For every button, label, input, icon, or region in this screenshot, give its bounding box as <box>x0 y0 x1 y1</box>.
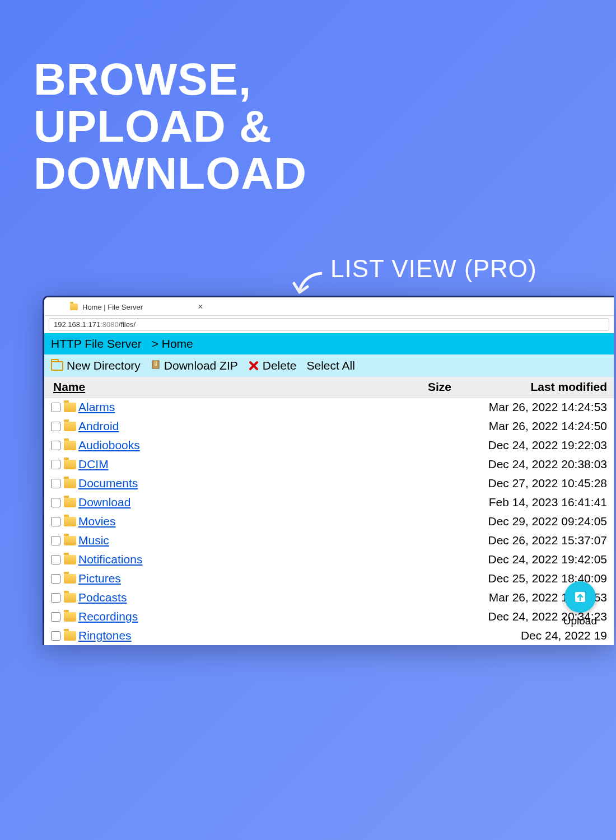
folder-link[interactable]: Alarms <box>78 400 115 414</box>
hero-line-2: UPLOAD & <box>34 103 307 150</box>
folder-link[interactable]: Music <box>78 534 109 547</box>
folder-icon <box>64 593 76 603</box>
folder-link[interactable]: Podcasts <box>78 591 127 604</box>
row-checkbox[interactable] <box>51 536 60 545</box>
select-all-button[interactable]: Select All <box>306 359 354 372</box>
table-row: AndroidMar 26, 2022 14:24:50 <box>44 417 614 436</box>
breadcrumb[interactable]: > Home <box>152 337 193 350</box>
table-row: MoviesDec 29, 2022 09:24:05 <box>44 512 614 531</box>
close-icon[interactable]: × <box>198 302 203 312</box>
delete-icon <box>248 360 259 371</box>
table-header: Name Size Last modified <box>44 377 614 398</box>
folder-icon <box>70 304 78 310</box>
file-modified: Feb 14, 2023 16:41:41 <box>489 496 607 509</box>
new-directory-button[interactable]: New Directory <box>51 359 141 372</box>
row-checkbox[interactable] <box>51 612 60 622</box>
row-checkbox[interactable] <box>51 441 60 450</box>
hero-line-1: BROWSE, <box>34 56 307 103</box>
file-modified: Dec 24, 2022 19 <box>521 629 607 642</box>
folder-icon <box>64 517 76 526</box>
tab-title: Home | File Server <box>82 303 143 311</box>
file-list: AlarmsMar 26, 2022 14:24:53AndroidMar 26… <box>44 398 614 645</box>
browser-window: Home | File Server × 192.168.1.171:8080/… <box>43 296 614 645</box>
callout-label: LIST VIEW (PRO) <box>330 255 537 283</box>
file-modified: Dec 24, 2022 20:38:03 <box>488 458 607 471</box>
table-row: DCIMDec 24, 2022 20:38:03 <box>44 455 614 474</box>
download-zip-button[interactable]: Download ZIP <box>151 359 238 372</box>
folder-link[interactable]: Pictures <box>78 572 121 585</box>
table-row: PicturesDec 25, 2022 18:40:09 <box>44 569 614 588</box>
folder-link[interactable]: Recordings <box>78 610 138 623</box>
download-zip-label: Download ZIP <box>164 359 238 372</box>
table-row: DocumentsDec 27, 2022 10:45:28 <box>44 474 614 493</box>
server-name: HTTP File Server <box>51 337 142 350</box>
upload-label: Upload <box>563 615 597 627</box>
row-checkbox[interactable] <box>51 593 60 603</box>
browser-tab[interactable]: Home | File Server × <box>64 298 208 315</box>
folder-icon <box>64 422 76 431</box>
folder-icon <box>64 536 76 545</box>
folder-link[interactable]: Ringtones <box>78 629 132 642</box>
upload-circle[interactable] <box>564 581 596 613</box>
folder-link[interactable]: DCIM <box>78 458 109 471</box>
url-input[interactable]: 192.168.1.171:8080/files/ <box>49 318 609 331</box>
upload-fab[interactable]: Upload <box>563 581 597 627</box>
upload-icon <box>572 589 588 605</box>
address-bar: 192.168.1.171:8080/files/ <box>44 315 614 333</box>
url-port: :8080 <box>100 320 119 329</box>
folder-link[interactable]: Android <box>78 419 119 433</box>
folder-icon <box>64 479 76 488</box>
table-row: MusicDec 26, 2022 15:37:07 <box>44 531 614 550</box>
folder-icon <box>64 574 76 584</box>
row-checkbox[interactable] <box>51 498 60 507</box>
toolbar: New Directory Download ZIP Delete Select… <box>44 354 614 377</box>
column-name[interactable]: Name <box>51 380 428 394</box>
column-modified[interactable]: Last modified <box>484 380 607 394</box>
row-checkbox[interactable] <box>51 631 60 641</box>
file-modified: Dec 26, 2022 15:37:07 <box>488 534 607 547</box>
folder-icon <box>64 555 76 564</box>
table-row: AlarmsMar 26, 2022 14:24:53 <box>44 398 614 417</box>
folder-link[interactable]: Movies <box>78 515 116 528</box>
row-checkbox[interactable] <box>51 517 60 526</box>
url-path: /files/ <box>119 320 136 329</box>
folder-icon <box>64 612 76 622</box>
row-checkbox[interactable] <box>51 403 60 412</box>
folder-icon <box>64 498 76 507</box>
folder-icon <box>64 441 76 450</box>
column-size[interactable]: Size <box>428 380 484 394</box>
row-checkbox[interactable] <box>51 574 60 584</box>
folder-icon <box>64 631 76 641</box>
folder-link[interactable]: Audiobooks <box>78 438 140 452</box>
url-host: 192.168.1.171 <box>54 320 100 329</box>
hero-title: BROWSE, UPLOAD & DOWNLOAD <box>34 56 307 197</box>
table-row: DownloadFeb 14, 2023 16:41:41 <box>44 493 614 512</box>
folder-icon <box>64 460 76 469</box>
row-checkbox[interactable] <box>51 460 60 469</box>
row-checkbox[interactable] <box>51 555 60 564</box>
folder-link[interactable]: Download <box>78 496 130 509</box>
row-checkbox[interactable] <box>51 422 60 431</box>
file-modified: Dec 24, 2022 19:22:03 <box>488 438 607 452</box>
hero-line-3: DOWNLOAD <box>34 150 307 197</box>
select-all-label: Select All <box>306 359 354 372</box>
delete-button[interactable]: Delete <box>248 359 297 372</box>
table-row: RingtonesDec 24, 2022 19 <box>44 626 614 645</box>
file-modified: Dec 27, 2022 10:45:28 <box>488 477 607 490</box>
tab-bar: Home | File Server × <box>44 297 614 315</box>
folder-icon <box>64 403 76 412</box>
row-checkbox[interactable] <box>51 479 60 488</box>
folder-outline-icon <box>51 361 63 371</box>
new-directory-label: New Directory <box>67 359 141 372</box>
file-modified: Mar 26, 2022 14:24:50 <box>489 419 607 433</box>
table-row: AudiobooksDec 24, 2022 19:22:03 <box>44 436 614 455</box>
file-modified: Mar 26, 2022 14:24:53 <box>489 400 607 414</box>
delete-label: Delete <box>263 359 297 372</box>
file-modified: Dec 24, 2022 19:42:05 <box>488 553 607 566</box>
file-modified: Dec 29, 2022 09:24:05 <box>488 515 607 528</box>
folder-link[interactable]: Documents <box>78 477 138 490</box>
folder-link[interactable]: Notifications <box>78 553 142 566</box>
table-row: RecordingsDec 24, 2022 20:34:23 <box>44 607 614 626</box>
page-header: HTTP File Server > Home <box>44 333 614 354</box>
table-row: PodcastsMar 26, 2022 14:24:53 <box>44 588 614 607</box>
